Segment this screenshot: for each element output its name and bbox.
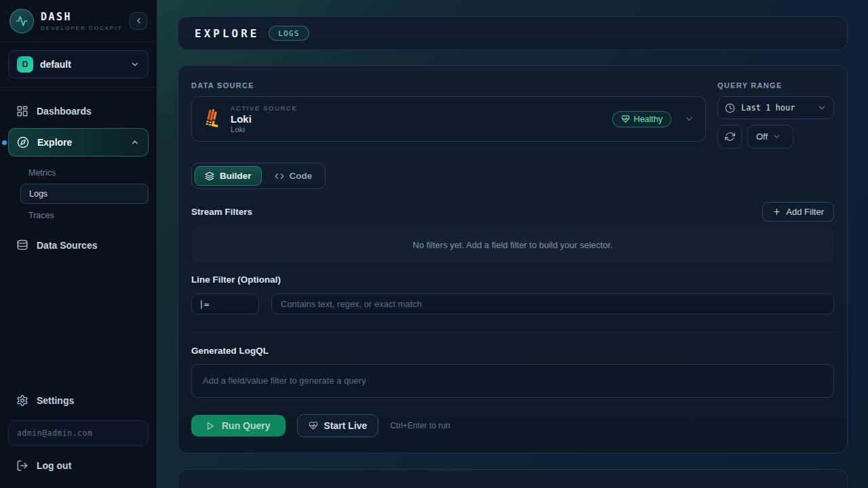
sidebar-collapse-button[interactable] [130, 12, 147, 30]
tab-builder[interactable]: Builder [195, 166, 262, 186]
sidebar-nav: Dashboards Explore Metrics Logs Traces [0, 87, 157, 260]
time-range-value: Last 1 hour [741, 103, 811, 113]
start-live-label: Start Live [324, 420, 368, 431]
health-status-text: Healthy [634, 115, 663, 124]
compass-icon [17, 136, 29, 148]
results-panel [178, 469, 848, 488]
add-filter-button[interactable]: Add Filter [762, 202, 834, 222]
sidebar-item-data-sources[interactable]: Data Sources [8, 231, 149, 260]
keyboard-hint: Ctrl+Enter to run [390, 421, 450, 430]
sidebar-item-label: Explore [37, 137, 72, 148]
chevron-down-icon [817, 103, 827, 113]
heart-pulse-icon [309, 421, 318, 430]
main-content: EXPLORE LOGS DATA SOURCE [157, 0, 868, 488]
chevron-down-icon [130, 60, 140, 69]
time-range-selector[interactable]: Last 1 hour [717, 96, 834, 119]
chevron-down-icon [772, 132, 781, 141]
user-email: admin@admin.com [8, 420, 149, 446]
app-title: DASH [41, 11, 123, 23]
sidebar: DASH DEVELOPER COCKPIT D default Dashboa… [0, 0, 157, 488]
active-indicator-dot [2, 140, 7, 145]
source-type: Loki [231, 125, 604, 134]
query-range-label: QUERY RANGE [717, 81, 834, 89]
database-icon [16, 239, 28, 251]
sidebar-item-dashboards[interactable]: Dashboards [8, 97, 149, 125]
sidebar-item-logs[interactable]: Logs [20, 184, 149, 204]
logs-badge: LOGS [269, 26, 309, 41]
section-divider [191, 332, 834, 333]
gear-icon [16, 394, 28, 407]
loki-logo-icon [203, 108, 222, 131]
chevron-up-icon [130, 138, 140, 147]
source-name: Loki [231, 113, 604, 125]
active-source-kicker: ACTIVE SOURCE [231, 104, 604, 112]
add-filter-label: Add Filter [786, 207, 824, 217]
line-filter-input[interactable] [271, 293, 834, 314]
workspace-avatar: D [17, 56, 33, 73]
heart-pulse-icon [621, 115, 630, 123]
line-filter-operator-select[interactable]: |= [191, 293, 259, 314]
explore-subnav: Metrics Logs Traces [8, 159, 149, 228]
sidebar-item-traces[interactable]: Traces [20, 206, 149, 224]
workspace-name: default [40, 59, 123, 70]
page-header: EXPLORE LOGS [178, 16, 848, 50]
data-source-label: DATA SOURCE [191, 81, 706, 89]
sidebar-item-explore[interactable]: Explore [8, 128, 149, 157]
tab-code[interactable]: Code [264, 166, 323, 186]
refresh-button[interactable] [717, 125, 742, 148]
filters-empty-state: No filters yet. Add a field filter to bu… [191, 228, 834, 262]
chevron-down-icon [684, 114, 694, 124]
query-builder-panel: DATA SOURCE [178, 65, 848, 453]
auto-refresh-value: Off [756, 131, 768, 142]
auto-refresh-selector[interactable]: Off [747, 125, 793, 148]
sidebar-item-label: Dashboards [37, 106, 92, 117]
health-status-badge: Healthy [612, 111, 671, 127]
active-source-selector[interactable]: ACTIVE SOURCE Loki Loki Healthy [191, 96, 706, 142]
logql-query-editor[interactable] [191, 364, 834, 398]
app-logo-icon [9, 9, 34, 33]
chevron-left-icon [134, 16, 143, 25]
app-subtitle: DEVELOPER COCKPIT [41, 25, 123, 31]
start-live-button[interactable]: Start Live [297, 414, 379, 437]
grid-layout-icon [16, 105, 28, 117]
refresh-icon [725, 131, 735, 142]
workspace-selector[interactable]: D default [8, 50, 149, 79]
page-title: EXPLORE [195, 27, 259, 40]
plus-icon [772, 207, 781, 216]
play-icon [206, 422, 215, 430]
log-out-icon [16, 460, 28, 472]
logout-button[interactable]: Log out [8, 451, 149, 480]
layers-icon [205, 171, 214, 181]
sidebar-item-label: Data Sources [37, 240, 97, 251]
logout-label: Log out [37, 460, 71, 471]
run-query-label: Run Query [222, 420, 271, 431]
sidebar-item-metrics[interactable]: Metrics [20, 163, 149, 182]
brand: DASH DEVELOPER COCKPIT [0, 0, 157, 42]
tab-label: Code [290, 171, 313, 181]
clock-icon [725, 103, 735, 113]
run-query-button[interactable]: Run Query [191, 415, 285, 436]
generated-logql-label: Generated LogQL [191, 346, 834, 356]
tab-label: Builder [220, 171, 252, 181]
sidebar-item-settings[interactable]: Settings [8, 386, 149, 415]
stream-filters-label: Stream Filters [191, 207, 252, 217]
line-filter-label: Line Filter (Optional) [191, 274, 834, 285]
code-brackets-icon [275, 171, 284, 181]
sidebar-item-label: Settings [37, 395, 74, 406]
query-mode-tabs: Builder Code [191, 163, 326, 189]
